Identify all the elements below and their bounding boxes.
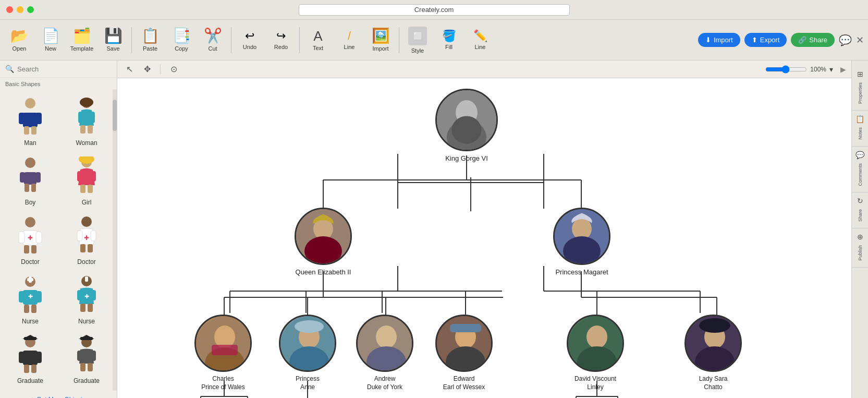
node-anne[interactable]: PrincessAnne bbox=[279, 315, 336, 391]
svg-rect-8 bbox=[90, 112, 95, 123]
node-david[interactable]: David ViscountLinley bbox=[567, 315, 624, 391]
style-button[interactable]: ⬜ Style bbox=[402, 22, 433, 58]
fill-button[interactable]: 🪣 Fill bbox=[434, 22, 464, 58]
nurse-m-label: Nurse bbox=[22, 318, 39, 325]
maximize-window-button[interactable] bbox=[27, 6, 34, 13]
search-input[interactable] bbox=[17, 65, 112, 73]
svg-rect-22 bbox=[88, 185, 93, 193]
share-button[interactable]: 🔗 Share bbox=[791, 33, 835, 47]
shape-grad-f[interactable]: Graduate bbox=[60, 331, 113, 387]
boy-icon bbox=[12, 155, 48, 197]
canvas[interactable]: King Gorge VI bbox=[117, 78, 851, 398]
svg-text:✚: ✚ bbox=[84, 293, 89, 299]
node-sara[interactable]: Lady SaraChatto bbox=[684, 315, 742, 391]
comments-tab[interactable]: 💬 Comments bbox=[852, 147, 869, 193]
charles-circle bbox=[194, 315, 252, 372]
collapse-right-sidebar[interactable]: ▶ bbox=[840, 65, 846, 74]
node-andrew[interactable]: AndrewDuke of York bbox=[356, 315, 413, 391]
fill-label: Fill bbox=[445, 44, 453, 50]
redo-button[interactable]: ↪ Redo bbox=[266, 22, 296, 58]
node-edward[interactable]: EdwardEarl of Wessex bbox=[435, 315, 493, 391]
target-tool-button[interactable]: ⊙ bbox=[167, 63, 180, 76]
scrollbar-thumb[interactable] bbox=[113, 100, 117, 131]
copy-icon: 📑 bbox=[173, 29, 191, 43]
import-arrow-icon: ⬇ bbox=[705, 36, 711, 44]
title-bar: Creately.com bbox=[0, 0, 868, 20]
share-tab[interactable]: ↻ Share bbox=[852, 192, 869, 228]
close-top-button[interactable]: ✕ bbox=[856, 34, 864, 46]
text-button[interactable]: A Text bbox=[303, 22, 333, 58]
notes-tab[interactable]: 📋 Notes bbox=[852, 111, 869, 147]
undo-button[interactable]: ↩ Undo bbox=[235, 22, 265, 58]
svg-rect-28 bbox=[24, 245, 29, 254]
svg-rect-39 bbox=[19, 291, 25, 303]
svg-text:✚: ✚ bbox=[84, 234, 89, 242]
node-charles[interactable]: CharlesPrince of Wales bbox=[194, 315, 252, 391]
text-label: Text bbox=[313, 45, 323, 51]
new-label: New bbox=[45, 45, 56, 52]
king-name: King Gorge VI bbox=[445, 154, 488, 162]
copy-button[interactable]: 📑 Copy bbox=[166, 22, 197, 58]
paste-button[interactable]: 📋 Paste bbox=[135, 22, 165, 58]
import-button[interactable]: ⬇ Import bbox=[698, 33, 740, 47]
minimize-window-button[interactable] bbox=[17, 6, 23, 13]
node-margaret[interactable]: Princess Magaret bbox=[553, 208, 610, 276]
chat-icon-button[interactable]: 💬 bbox=[839, 34, 852, 46]
shape-doctor-f[interactable]: ✚ Doctor bbox=[60, 212, 113, 268]
close-window-button[interactable] bbox=[6, 6, 13, 13]
svg-rect-33 bbox=[91, 231, 96, 241]
toolbar-separator-2 bbox=[231, 27, 231, 53]
boy-label: Boy bbox=[25, 199, 36, 206]
andrew-name: AndrewDuke of York bbox=[367, 375, 402, 391]
import-tool-button[interactable]: 🖼️ Import bbox=[365, 22, 396, 58]
open-button[interactable]: 📂 Open bbox=[4, 22, 34, 58]
svg-rect-49 bbox=[80, 304, 85, 312]
david-circle bbox=[567, 315, 624, 372]
zoom-dropdown-icon[interactable]: ▾ bbox=[829, 65, 833, 74]
select-tool-button[interactable]: ↖ bbox=[123, 63, 136, 76]
properties-icon: ⊞ bbox=[857, 70, 863, 78]
shape-boy[interactable]: Boy bbox=[4, 153, 56, 208]
template-button[interactable]: 🗂️ Template bbox=[67, 22, 97, 58]
line-tool-button[interactable]: / Line bbox=[334, 22, 364, 58]
share-icon: 🔗 bbox=[798, 36, 806, 44]
share-btn-label: Share bbox=[809, 36, 827, 44]
new-button[interactable]: 📄 New bbox=[35, 22, 66, 58]
svg-marker-67 bbox=[79, 335, 94, 339]
export-button[interactable]: ⬆ Export bbox=[744, 33, 787, 47]
shape-doctor-m[interactable]: ✚ Doctor bbox=[4, 212, 56, 268]
paste-label: Paste bbox=[143, 45, 157, 52]
zoom-slider[interactable] bbox=[765, 65, 807, 74]
shape-grad-m[interactable]: Graduate bbox=[4, 331, 56, 387]
node-king[interactable]: King Gorge VI bbox=[435, 89, 498, 162]
svg-rect-54 bbox=[23, 351, 38, 365]
shape-woman[interactable]: Woman bbox=[60, 93, 113, 149]
pan-tool-button[interactable]: ✥ bbox=[140, 63, 154, 76]
svg-point-141 bbox=[699, 318, 730, 333]
cut-button[interactable]: ✂️ Cut bbox=[198, 22, 228, 58]
shape-girl[interactable]: Girl bbox=[60, 153, 113, 208]
redo-icon: ↪ bbox=[276, 30, 286, 42]
paste-icon: 📋 bbox=[141, 29, 160, 43]
publish-tab[interactable]: ⊕ Publish bbox=[852, 228, 869, 268]
get-more-objects-button[interactable]: + Get More Objects bbox=[0, 391, 117, 398]
svg-rect-9 bbox=[80, 125, 85, 134]
properties-tab[interactable]: ⊞ Properties bbox=[852, 66, 869, 111]
address-bar[interactable]: Creately.com bbox=[299, 4, 570, 16]
line-style-button[interactable]: ✏️ Line bbox=[465, 22, 495, 58]
node-elizabeth[interactable]: Queen Elizabeth II bbox=[295, 208, 352, 276]
svg-point-119 bbox=[563, 236, 601, 265]
export-btn-label: Export bbox=[760, 36, 780, 44]
svg-rect-4 bbox=[24, 126, 29, 135]
nurse-f-icon: ✚ bbox=[68, 274, 105, 316]
shape-nurse-f[interactable]: ✚ Nurse bbox=[60, 272, 113, 327]
shape-nurse-m[interactable]: ✚ Nurse bbox=[4, 272, 56, 327]
shape-man[interactable]: Man bbox=[4, 93, 56, 149]
zoom-level: 100% bbox=[810, 66, 826, 73]
svg-text:✚: ✚ bbox=[28, 234, 33, 242]
save-button[interactable]: 💾 Save bbox=[98, 22, 128, 58]
export-arrow-icon: ⬆ bbox=[752, 36, 757, 44]
svg-point-12 bbox=[25, 158, 35, 168]
canvas-toolbar: ↖ ✥ ⊙ 100% ▾ ▶ bbox=[117, 61, 851, 78]
edward-name: EdwardEarl of Wessex bbox=[443, 375, 485, 391]
